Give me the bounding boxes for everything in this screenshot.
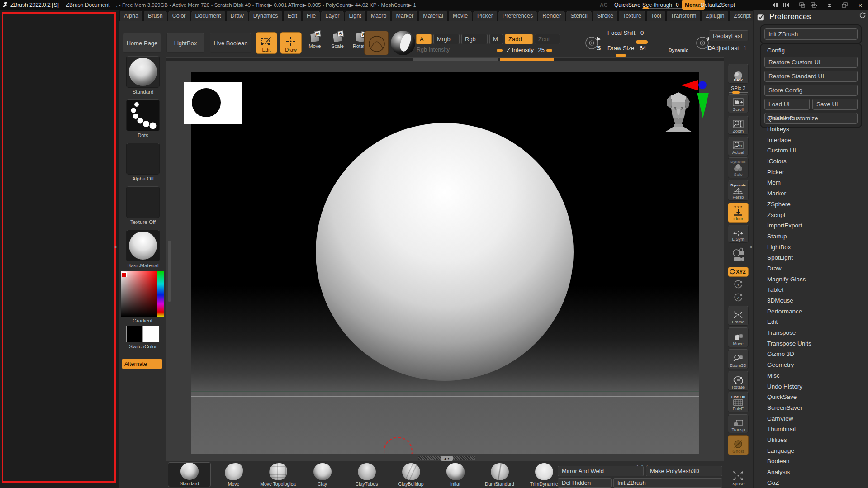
make-polymesh3d-button[interactable]: Make PolyMesh3D	[646, 466, 722, 476]
stroke-curve-dial[interactable]: S	[583, 32, 604, 54]
move-3d-button[interactable]: Move	[728, 327, 749, 347]
pref-screensaver[interactable]: ScreenSaver	[767, 403, 811, 413]
channel-mrgb-button[interactable]: Mrgb	[433, 34, 460, 44]
zoom-button[interactable]: Zoom	[728, 116, 749, 135]
main-color-swatch[interactable]	[126, 326, 143, 342]
current-alpha-button[interactable]: Alpha Off	[122, 143, 164, 181]
switch-color-widget[interactable]: SwitchColor	[122, 326, 164, 349]
save-ui-button[interactable]: Save Ui	[812, 99, 858, 110]
previous-ui-icon[interactable]	[796, 1, 807, 9]
left-tray-divider-handle[interactable]: ▸	[115, 244, 117, 249]
pref-custom-ui[interactable]: Custom UI	[767, 145, 811, 156]
menu-preferences[interactable]: Preferences	[498, 11, 537, 21]
menu-movie[interactable]: Movie	[449, 11, 472, 21]
reload-icon[interactable]	[859, 12, 866, 19]
polyframe-button[interactable]: Line Fill PolyF	[728, 392, 749, 412]
menu-tool[interactable]: Tool	[647, 11, 665, 21]
menu-dynamics[interactable]: Dynamics	[249, 11, 282, 21]
floor-button[interactable]: x Y z Floor	[728, 203, 749, 223]
frame-button[interactable]: Frame	[728, 306, 749, 326]
z-intensity-thumb-left[interactable]	[497, 49, 503, 52]
menu-alpha[interactable]: Alpha	[120, 11, 142, 21]
channel-m-button[interactable]: M	[489, 34, 503, 44]
init-zbrush-button[interactable]: Init ZBrush	[764, 28, 858, 40]
pref-goz[interactable]: GoZ	[767, 477, 811, 488]
menu-render[interactable]: Render	[538, 11, 565, 21]
z-intensity-slider[interactable]: Z Intensity 25	[507, 47, 545, 53]
draw-size-thumb[interactable]	[616, 54, 626, 57]
pref-quick-info[interactable]: Quick Info	[767, 113, 811, 124]
current-stroke-button[interactable]: Dots	[122, 99, 164, 138]
zoom-3d-button[interactable]: Zoom3D	[728, 349, 749, 369]
config-group-label[interactable]: Config	[767, 47, 858, 54]
canvas-document[interactable]	[191, 72, 699, 454]
brush-claytubes[interactable]: ClayTubes	[345, 462, 388, 487]
brush-clay[interactable]: Clay	[301, 462, 344, 487]
xpose-button[interactable]: Xpose	[728, 470, 749, 486]
customize-checkbox-icon[interactable]	[757, 13, 765, 21]
pref-zsphere[interactable]: ZSphere	[767, 199, 811, 210]
spix-thumb[interactable]	[732, 91, 740, 94]
adjust-last-slider[interactable]: AdjustLast 1	[711, 45, 747, 52]
local-symmetry-button[interactable]: L.Sym	[728, 225, 749, 243]
lightbox-button[interactable]: LightBox	[166, 33, 204, 53]
canvas-vscrollbar[interactable]	[168, 241, 171, 302]
pref-zscript[interactable]: Zscript	[767, 209, 811, 220]
pref-marker[interactable]: Marker	[767, 188, 811, 199]
pref-spotlight[interactable]: SpotLight	[767, 252, 811, 263]
pref-draw[interactable]: Draw	[767, 263, 811, 274]
menu-file[interactable]: File	[303, 11, 320, 21]
rgb-intensity-slider[interactable]: Rgb Intensity	[417, 47, 450, 53]
rotate-y-button[interactable]: Y	[728, 279, 749, 290]
brush-move-topological[interactable]: Move Topologica	[256, 462, 299, 487]
pref-boolean[interactable]: Boolean	[767, 456, 811, 467]
scale-button[interactable]: S Scale	[327, 33, 348, 49]
pref-transpose-units[interactable]: Transpose Units	[767, 338, 811, 349]
scroll-button[interactable]: Scroll	[728, 94, 749, 113]
replay-last-button[interactable]: ReplayLast	[709, 30, 749, 41]
load-ui-button[interactable]: Load Ui	[764, 99, 810, 110]
canvas-hscrollbar[interactable]	[166, 58, 724, 61]
transparency-button[interactable]: Transp	[728, 414, 749, 433]
color-sv-square[interactable]	[121, 271, 157, 317]
close-icon[interactable]: ×	[855, 1, 866, 9]
document-title[interactable]: ZBrush Document	[66, 2, 110, 8]
menu-color[interactable]: Color	[168, 11, 190, 21]
init-zbrush-tray-button[interactable]: Init ZBrush	[613, 478, 722, 488]
actual-button[interactable]: x1 Actual	[728, 137, 749, 156]
brush-damstandard[interactable]: DamStandard	[478, 462, 521, 487]
pref-3dmouse[interactable]: 3DMouse	[767, 295, 811, 306]
pref-edit[interactable]: Edit	[767, 317, 811, 327]
color-hue-strip[interactable]	[157, 271, 164, 317]
store-config-button[interactable]: Store Config	[764, 85, 858, 96]
menu-brush[interactable]: Brush	[144, 11, 167, 21]
pref-performance[interactable]: Performance	[767, 306, 811, 317]
pref-picker[interactable]: Picker	[767, 166, 811, 177]
draw-size-dynamic-toggle[interactable]: Dynamic	[669, 47, 688, 53]
pref-analysis[interactable]: Analysis	[767, 467, 811, 478]
channel-rgb-button[interactable]: Rgb	[461, 34, 488, 44]
del-hidden-button[interactable]: Del Hidden	[558, 478, 612, 488]
secondary-color-swatch[interactable]	[143, 326, 160, 342]
collapse-right-tray-icon[interactable]	[782, 1, 792, 9]
alternate-button[interactable]: Alternate	[122, 359, 162, 369]
menu-picker[interactable]: Picker	[473, 11, 497, 21]
pref-hotkeys[interactable]: Hotkeys	[767, 124, 811, 135]
channel-a-button[interactable]: A	[416, 34, 432, 44]
rotate-z-button[interactable]: Z	[728, 292, 749, 303]
pref-tablet[interactable]: Tablet	[767, 284, 811, 295]
menu-marker[interactable]: Marker	[392, 11, 417, 21]
pref-language[interactable]: Language	[767, 445, 811, 456]
menu-draw[interactable]: Draw	[227, 11, 248, 21]
rotate-on-axis-button[interactable]: XYZ	[728, 267, 749, 277]
menu-document[interactable]: Document	[191, 11, 225, 21]
z-intensity-thumb-right[interactable]	[546, 49, 552, 52]
current-material-button[interactable]: BasicMaterial	[122, 230, 164, 268]
material-preview-button[interactable]	[391, 31, 415, 55]
current-brush-button[interactable]: Standard	[122, 56, 164, 95]
left-tray[interactable]	[0, 10, 119, 488]
focal-shift-thumb[interactable]	[636, 40, 648, 44]
mirror-and-weld-button[interactable]: Mirror And Weld	[558, 466, 644, 476]
pref-undo-history[interactable]: Undo History	[767, 381, 811, 392]
brush-move[interactable]: Move	[212, 462, 255, 487]
